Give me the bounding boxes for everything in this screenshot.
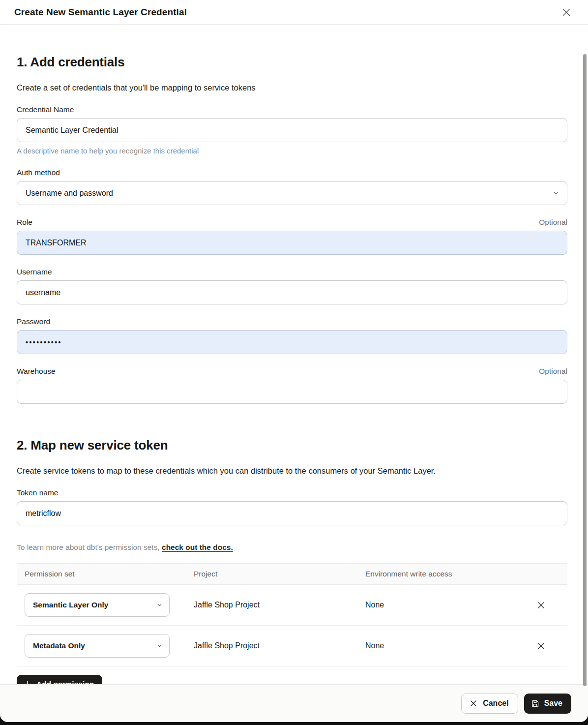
credential-name-field: Credential Name A descriptive name to he…	[17, 105, 567, 155]
warehouse-field: Warehouse Optional	[17, 367, 567, 404]
close-icon	[561, 7, 572, 18]
auth-method-selected-value: Username and password	[26, 189, 113, 198]
docs-line-prefix: To learn more about dbt's permission set…	[17, 543, 162, 551]
auth-method-select[interactable]: Username and password	[17, 181, 567, 205]
role-optional-tag: Optional	[539, 218, 567, 227]
modal-footer: Cancel Save	[0, 684, 588, 722]
column-header-project: Project	[194, 570, 365, 578]
chevron-down-icon	[156, 643, 163, 649]
role-label: Role	[17, 218, 32, 227]
section1-heading: 1. Add credentials	[17, 55, 567, 70]
docs-link[interactable]: check out the docs.	[162, 543, 233, 551]
permission-table: Permission set Project Environment write…	[17, 563, 567, 666]
permission-table-header: Permission set Project Environment write…	[17, 563, 567, 585]
token-name-input[interactable]	[17, 501, 567, 525]
cancel-button-label: Cancel	[483, 699, 508, 708]
password-field: Password	[17, 317, 567, 354]
role-input[interactable]	[17, 231, 567, 255]
vertical-scrollbar-thumb[interactable]	[583, 54, 587, 686]
modal-header: Create New Semantic Layer Credential	[0, 0, 588, 25]
environment-write-access-cell: None	[365, 641, 533, 650]
warehouse-label: Warehouse	[17, 367, 56, 376]
cancel-button[interactable]: Cancel	[461, 694, 518, 714]
modal-body: 1. Add credentials Create a set of crede…	[0, 25, 588, 684]
save-button-label: Save	[544, 699, 562, 708]
save-disk-icon	[531, 699, 539, 708]
create-credential-modal: Create New Semantic Layer Credential 1. …	[0, 0, 588, 722]
add-permission-button[interactable]: Add permission	[17, 675, 102, 684]
role-field: Role Optional	[17, 218, 567, 255]
auth-method-field: Auth method Username and password	[17, 168, 567, 205]
remove-icon	[536, 601, 546, 610]
column-header-permission-set: Permission set	[25, 570, 194, 578]
username-input[interactable]	[17, 280, 567, 304]
permission-set-select[interactable]: Semantic Layer Only	[25, 593, 170, 617]
permission-set-selected-value: Semantic Layer Only	[33, 601, 108, 609]
project-cell: Jaffle Shop Project	[194, 641, 365, 650]
docs-line: To learn more about dbt's permission set…	[17, 543, 567, 552]
username-label: Username	[17, 268, 52, 276]
auth-method-label: Auth method	[17, 168, 60, 177]
section2-heading: 2. Map new service token	[17, 438, 567, 453]
chevron-down-icon	[553, 190, 559, 197]
credential-name-label: Credential Name	[17, 105, 74, 114]
credential-name-helper: A descriptive name to help you recognize…	[17, 147, 567, 155]
modal-title: Create New Semantic Layer Credential	[14, 7, 187, 18]
warehouse-optional-tag: Optional	[539, 367, 567, 376]
token-name-label: Token name	[17, 488, 58, 497]
cancel-x-icon	[469, 699, 478, 708]
save-button[interactable]: Save	[524, 694, 571, 714]
chevron-down-icon	[156, 602, 163, 608]
column-header-environment-write-access: Environment write access	[365, 570, 533, 578]
close-button[interactable]	[559, 5, 573, 19]
remove-permission-button[interactable]	[533, 638, 549, 654]
environment-write-access-cell: None	[365, 601, 533, 609]
remove-permission-button[interactable]	[533, 597, 549, 613]
password-label: Password	[17, 317, 50, 326]
password-input[interactable]	[17, 330, 567, 354]
section1-description: Create a set of credentials that you'll …	[17, 83, 567, 92]
token-name-field: Token name	[17, 488, 567, 525]
permission-set-select[interactable]: Metadata Only	[25, 634, 170, 658]
username-field: Username	[17, 268, 567, 304]
project-cell: Jaffle Shop Project	[194, 601, 365, 609]
plus-icon	[24, 680, 31, 684]
remove-icon	[536, 641, 546, 651]
permission-set-selected-value: Metadata Only	[33, 641, 85, 650]
table-row: Metadata Only Jaffle Shop Project None	[17, 626, 567, 666]
add-permission-label: Add permission	[36, 680, 94, 684]
warehouse-input[interactable]	[17, 380, 567, 404]
table-row: Semantic Layer Only Jaffle Shop Project …	[17, 585, 567, 626]
section2-description: Create service tokens to map to these cr…	[17, 466, 567, 476]
credential-name-input[interactable]	[17, 118, 567, 142]
